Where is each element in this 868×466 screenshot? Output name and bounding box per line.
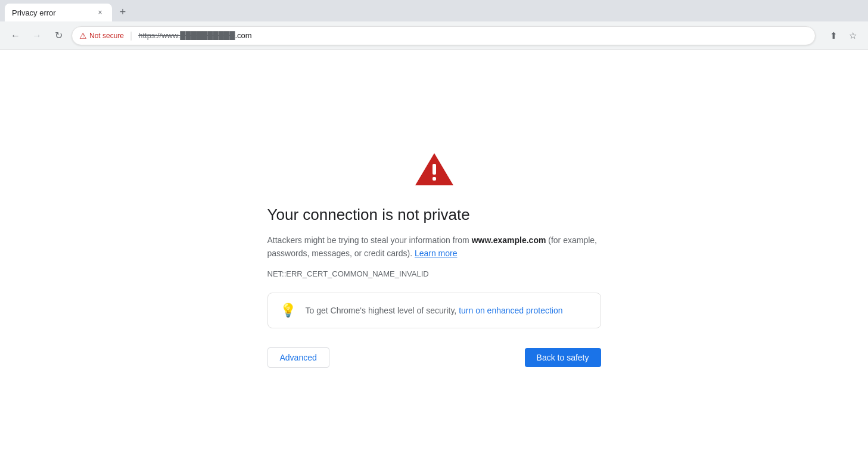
security-text-start: To get Chrome's highest level of securit…	[306, 306, 457, 315]
bulb-icon: 💡	[280, 303, 296, 318]
enhanced-protection-link[interactable]: turn on enhanced protection	[459, 306, 562, 315]
forward-button[interactable]: →	[29, 27, 45, 44]
security-suggestion-box: 💡 To get Chrome's highest level of secur…	[267, 293, 601, 328]
address-input[interactable]: ⚠ Not secure | https://www.██████████.co…	[71, 26, 816, 45]
share-button[interactable]: ⬆	[825, 27, 842, 44]
action-buttons: Advanced Back to safety	[267, 347, 601, 368]
site-name: www.example.com	[472, 235, 546, 245]
browser-frame: Privacy error × + ← → ↻ ⚠ Not secure | h…	[0, 0, 868, 466]
address-separator: |	[130, 30, 132, 41]
back-button[interactable]: ←	[7, 27, 24, 44]
learn-more-link[interactable]: Learn more	[415, 248, 458, 258]
advanced-button[interactable]: Advanced	[267, 347, 329, 368]
error-description: Attackers might be trying to steal your …	[267, 234, 601, 260]
active-tab[interactable]: Privacy error ×	[5, 4, 112, 21]
address-bar: ← → ↻ ⚠ Not secure | https://www.███████…	[0, 21, 868, 50]
security-suggestion-text: To get Chrome's highest level of securit…	[306, 305, 563, 317]
description-start: Attackers might be trying to steal your …	[267, 235, 472, 245]
error-title: Your connection is not private	[267, 206, 470, 224]
url-redacted: ██████████	[180, 31, 235, 40]
reload-button[interactable]: ↻	[50, 27, 67, 44]
url-suffix: .com	[235, 31, 251, 40]
new-tab-button[interactable]: +	[114, 4, 131, 20]
security-warning: ⚠ Not secure	[79, 31, 124, 41]
url-https: https://www.	[138, 31, 180, 40]
svg-rect-2	[433, 177, 436, 181]
address-actions: ⬆ ☆	[825, 27, 861, 44]
back-to-safety-button[interactable]: Back to safety	[525, 348, 601, 367]
tab-title: Privacy error	[12, 8, 91, 17]
tab-bar: Privacy error × +	[0, 0, 868, 21]
error-container: Your connection is not private Attackers…	[256, 136, 613, 380]
tab-close-button[interactable]: ×	[95, 8, 105, 17]
svg-rect-1	[433, 164, 436, 175]
bookmark-button[interactable]: ☆	[844, 27, 861, 44]
warning-icon: ⚠	[79, 31, 87, 41]
error-code: NET::ERR_CERT_COMMON_NAME_INVALID	[267, 269, 429, 278]
page-content: Your connection is not private Attackers…	[0, 50, 868, 466]
not-secure-label: Not secure	[89, 32, 124, 40]
warning-triangle-icon	[413, 148, 456, 191]
url-display: https://www.██████████.com	[138, 31, 251, 40]
